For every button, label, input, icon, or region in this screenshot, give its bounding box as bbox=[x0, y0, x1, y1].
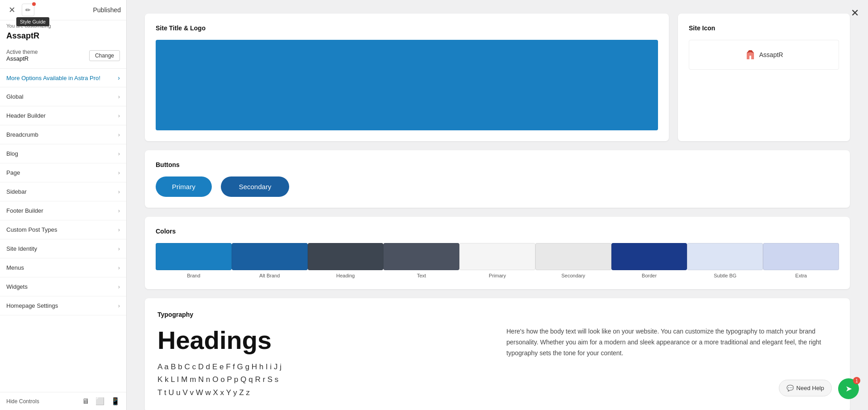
color-swatches: Brand Alt Brand Heading Text Primary Sec… bbox=[156, 243, 839, 278]
sidebar-item-header-builder[interactable]: Header Builder › bbox=[0, 106, 126, 125]
colors-card: Colors Brand Alt Brand Heading Text Prim… bbox=[145, 217, 850, 289]
sidebar-item-homepage-settings-label: Homepage Settings bbox=[6, 302, 58, 309]
color-swatch-extra-label: Extra bbox=[795, 273, 807, 278]
sidebar-item-global-label: Global bbox=[6, 93, 24, 100]
astra-pro-chevron-icon: › bbox=[118, 74, 120, 81]
sidebar-item-page[interactable]: Page › bbox=[0, 163, 126, 182]
sidebar-item-widgets[interactable]: Widgets › bbox=[0, 277, 126, 296]
sidebar-item-footer-builder[interactable]: Footer Builder › bbox=[0, 201, 126, 220]
site-icon-preview: AssaptR bbox=[689, 40, 839, 70]
sidebar-item-footer-builder-chevron-icon: › bbox=[118, 207, 120, 214]
sidebar-item-site-identity-chevron-icon: › bbox=[118, 245, 120, 252]
buttons-row: Primary Secondary bbox=[156, 176, 839, 197]
color-swatch-text: Text bbox=[383, 243, 459, 278]
need-help-button[interactable]: 💬 Need Help bbox=[779, 380, 832, 396]
logo-placeholder bbox=[156, 40, 658, 130]
colors-card-title: Colors bbox=[156, 228, 839, 235]
sidebar-item-site-identity[interactable]: Site Identity › bbox=[0, 239, 126, 258]
main-close-button[interactable]: ✕ bbox=[851, 7, 859, 19]
top-row: Site Title & Logo Site Icon AssaptR bbox=[145, 14, 850, 141]
sidebar: ✕ ✏ Style Guide Published You are custom… bbox=[0, 0, 127, 410]
site-title-card-title: Site Title & Logo bbox=[156, 24, 658, 32]
change-theme-button[interactable]: Change bbox=[89, 50, 120, 61]
sidebar-item-widgets-label: Widgets bbox=[6, 283, 28, 290]
color-swatch-extra-box bbox=[763, 243, 839, 270]
alphabet-line-1: A a B b C c D d E e F f G g H h I i J j bbox=[157, 361, 488, 374]
sidebar-item-breadcrumb[interactable]: Breadcrumb › bbox=[0, 125, 126, 144]
send-button[interactable]: ➤ 1 bbox=[838, 378, 859, 399]
sidebar-menu: Global › Header Builder › Breadcrumb › B… bbox=[0, 87, 126, 392]
color-swatch-subtle-bg-box bbox=[687, 243, 763, 270]
sidebar-item-sidebar[interactable]: Sidebar › bbox=[0, 182, 126, 201]
published-button[interactable]: Published bbox=[93, 6, 121, 14]
hide-controls-button[interactable]: Hide Controls bbox=[6, 398, 39, 405]
need-help-label: Need Help bbox=[796, 385, 824, 391]
sidebar-item-global[interactable]: Global › bbox=[0, 87, 126, 106]
color-swatch-alt-brand-box bbox=[232, 243, 308, 270]
color-swatch-primary-box bbox=[459, 243, 535, 270]
active-theme-name: AssaptR bbox=[6, 55, 38, 62]
secondary-button[interactable]: Secondary bbox=[221, 176, 290, 197]
site-icon-card: Site Icon AssaptR bbox=[678, 14, 850, 141]
sidebar-item-global-chevron-icon: › bbox=[118, 93, 120, 100]
typography-card-title: Typography bbox=[157, 311, 837, 318]
sidebar-item-homepage-settings-chevron-icon: › bbox=[118, 302, 120, 309]
chat-icon: 💬 bbox=[787, 385, 794, 391]
sidebar-top-bar: ✕ ✏ Style Guide Published bbox=[0, 0, 126, 20]
sidebar-item-page-label: Page bbox=[6, 169, 20, 176]
alphabet-line-3: T t U u V v W w X x Y y Z z bbox=[157, 386, 488, 400]
color-swatch-border: Border bbox=[611, 243, 687, 278]
sidebar-item-menus[interactable]: Menus › bbox=[0, 258, 126, 277]
sidebar-item-blog[interactable]: Blog › bbox=[0, 144, 126, 163]
headings-display: Headings bbox=[157, 326, 488, 354]
body-text-description: Here's how the body text will look like … bbox=[506, 326, 837, 358]
sidebar-item-menus-label: Menus bbox=[6, 264, 24, 271]
sidebar-item-custom-post-types[interactable]: Custom Post Types › bbox=[0, 220, 126, 239]
color-swatch-heading-box bbox=[308, 243, 384, 270]
alphabet-line-2: K k L I M m N n O o P p Q q R r S s bbox=[157, 373, 488, 386]
site-title-card: Site Title & Logo bbox=[145, 14, 669, 141]
sidebar-item-sidebar-label: Sidebar bbox=[6, 188, 27, 195]
color-swatch-brand-label: Brand bbox=[187, 273, 200, 278]
sidebar-item-site-identity-label: Site Identity bbox=[6, 245, 37, 252]
color-swatch-secondary-box bbox=[535, 243, 611, 270]
active-theme-row: Active theme AssaptR Change bbox=[0, 45, 126, 69]
sidebar-item-homepage-settings[interactable]: Homepage Settings › bbox=[0, 296, 126, 315]
sidebar-item-page-chevron-icon: › bbox=[118, 169, 120, 176]
sidebar-bottom: Hide Controls 🖥 ⬜ 📱 bbox=[0, 392, 126, 410]
sidebar-item-footer-builder-label: Footer Builder bbox=[6, 207, 43, 214]
astra-pro-banner[interactable]: More Options Available in Astra Pro! › bbox=[0, 69, 126, 87]
typography-left: Headings A a B b C c D d E e F f G g H h… bbox=[157, 326, 488, 400]
desktop-device-button[interactable]: 🖥 bbox=[82, 397, 89, 405]
alphabet-display: A a B b C c D d E e F f G g H h I i J j … bbox=[157, 361, 488, 400]
active-theme-label: Active theme bbox=[6, 49, 38, 55]
color-swatch-brand: Brand bbox=[156, 243, 232, 278]
style-guide-tooltip: Style Guide bbox=[16, 17, 49, 26]
sidebar-item-widgets-chevron-icon: › bbox=[118, 283, 120, 290]
main-content: ✕ Site Title & Logo Site Icon AssaptR Bu… bbox=[127, 0, 868, 410]
color-swatch-brand-box bbox=[156, 243, 232, 270]
color-swatch-secondary-label: Secondary bbox=[562, 273, 586, 278]
send-icon: ➤ bbox=[845, 384, 852, 394]
color-swatch-primary-label: Primary bbox=[489, 273, 506, 278]
tablet-device-button[interactable]: ⬜ bbox=[95, 397, 105, 405]
primary-button[interactable]: Primary bbox=[156, 176, 212, 197]
assaptr-logo-icon bbox=[745, 49, 756, 60]
typography-inner: Headings A a B b C c D d E e F f G g H h… bbox=[157, 326, 837, 400]
mobile-device-button[interactable]: 📱 bbox=[111, 397, 120, 405]
close-button[interactable]: ✕ bbox=[5, 4, 18, 16]
style-guide-button[interactable]: ✏ bbox=[22, 4, 34, 16]
color-swatch-heading-label: Heading bbox=[336, 273, 355, 278]
sidebar-item-menus-chevron-icon: › bbox=[118, 264, 120, 271]
color-swatch-subtle-bg-label: Subtle BG bbox=[714, 273, 736, 278]
sidebar-item-custom-post-types-label: Custom Post Types bbox=[6, 226, 57, 233]
color-swatch-border-box bbox=[611, 243, 687, 270]
send-badge: 1 bbox=[853, 377, 860, 384]
color-swatch-border-label: Border bbox=[642, 273, 657, 278]
sidebar-item-sidebar-chevron-icon: › bbox=[118, 188, 120, 195]
color-swatch-alt-brand-label: Alt Brand bbox=[259, 273, 280, 278]
sidebar-item-breadcrumb-label: Breadcrumb bbox=[6, 131, 38, 138]
pencil-badge bbox=[32, 2, 36, 6]
pencil-icon: ✏ bbox=[25, 6, 31, 14]
sidebar-item-breadcrumb-chevron-icon: › bbox=[118, 131, 120, 138]
